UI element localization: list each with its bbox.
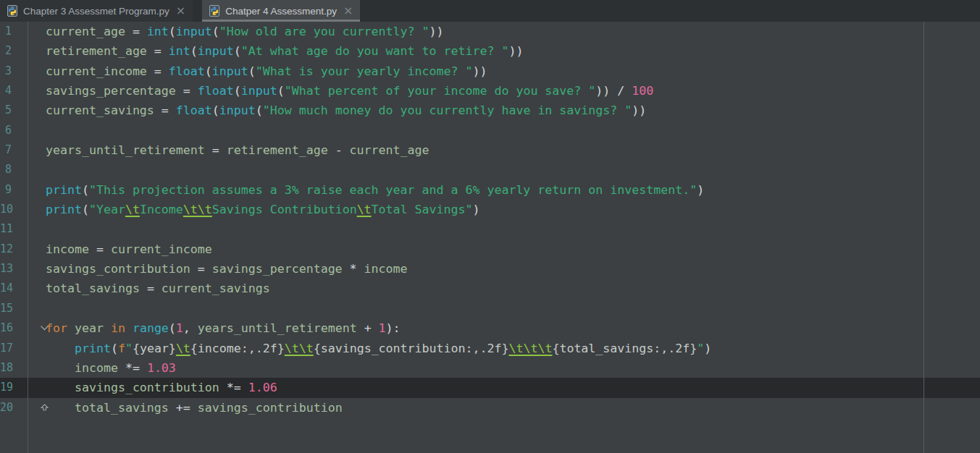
code-line[interactable]: current_age = int(input("How old are you…: [28, 22, 444, 41]
line-number[interactable]: 18: [0, 358, 28, 378]
code-line[interactable]: years_until_retirement = retirement_age …: [28, 140, 430, 160]
code-row: 9print("This projection assumes a 3% rai…: [0, 180, 980, 200]
editor-tab-bar: Chapter 3 Assessmet Program.py × Chatper…: [0, 0, 980, 22]
line-number[interactable]: 11: [0, 219, 28, 239]
code-line[interactable]: current_income = float(input("What is yo…: [28, 62, 487, 81]
code-row: 2retirement_age = int(input("At what age…: [0, 41, 980, 61]
code-line[interactable]: current_savings = float(input("How much …: [28, 101, 646, 120]
line-number[interactable]: 19: [0, 378, 28, 397]
line-number[interactable]: 6: [0, 121, 28, 140]
tab-label: Chapter 3 Assessmet Program.py: [23, 6, 169, 17]
code-row: 13savings_contribution = savings_percent…: [0, 259, 980, 279]
code-line[interactable]: retirement_age = int(input("At what age …: [28, 41, 523, 61]
code-editor[interactable]: 1current_age = int(input("How old are yo…: [0, 22, 980, 453]
code-line[interactable]: savings_contribution = savings_percentag…: [28, 259, 408, 279]
line-number[interactable]: 14: [0, 279, 28, 298]
code-row: 4savings_percentage = float(input("What …: [0, 81, 980, 101]
line-number[interactable]: 4: [0, 81, 28, 101]
code-row: 1current_age = int(input("How old are yo…: [0, 22, 980, 41]
code-row: 8: [0, 160, 980, 179]
code-row: 14total_savings = current_savings: [0, 279, 980, 298]
line-number[interactable]: 7: [0, 140, 28, 160]
code-row: 7years_until_retirement = retirement_age…: [0, 140, 980, 160]
code-row: 18 income *= 1.03: [0, 358, 980, 378]
tab-label: Chatper 4 Assessment.py: [225, 6, 337, 17]
python-file-icon: [7, 5, 18, 17]
code-line[interactable]: income *= 1.03: [28, 358, 176, 378]
code-row-active: 19 savings_contribution *= 1.06: [0, 378, 980, 397]
code-row: 12income = current_income: [0, 240, 980, 259]
right-margin-guide: [924, 22, 924, 453]
code-rows: 1current_age = int(input("How old are yo…: [0, 22, 980, 418]
code-line[interactable]: [28, 299, 46, 318]
code-row: 17 print(f"{year}\t{income:,.2f}\t\t{sav…: [0, 339, 980, 358]
code-row: 20 total_savings += savings_contribution: [0, 398, 980, 418]
code-line[interactable]: for year in range(1, years_until_retirem…: [28, 318, 401, 338]
code-row: 11: [0, 219, 980, 239]
tab-chatper-4-assessment[interactable]: Chatper 4 Assessment.py ×: [202, 0, 360, 22]
code-row: 10print("Year\tIncome\t\tSavings Contrib…: [0, 200, 980, 219]
line-number[interactable]: 1: [0, 22, 28, 41]
code-line[interactable]: total_savings = current_savings: [28, 279, 270, 298]
line-number[interactable]: 3: [0, 62, 28, 81]
code-row: 16for year in range(1, years_until_retir…: [0, 318, 980, 338]
close-icon[interactable]: ×: [176, 5, 185, 17]
code-line[interactable]: [28, 160, 46, 179]
line-number[interactable]: 10: [0, 200, 28, 219]
code-line[interactable]: income = current_income: [28, 240, 212, 259]
code-line[interactable]: [28, 219, 46, 239]
line-number[interactable]: 9: [0, 180, 28, 200]
code-line[interactable]: print(f"{year}\t{income:,.2f}\t\t{saving…: [28, 339, 711, 358]
line-number[interactable]: 20: [0, 398, 28, 418]
code-row: 6: [0, 121, 980, 140]
line-number[interactable]: 16: [0, 318, 28, 338]
close-icon[interactable]: ×: [343, 5, 353, 17]
code-line[interactable]: print("Year\tIncome\t\tSavings Contribut…: [28, 200, 479, 219]
code-line[interactable]: total_savings += savings_contribution: [28, 398, 343, 418]
code-row: 5current_savings = float(input("How much…: [0, 101, 980, 120]
line-number[interactable]: 17: [0, 339, 28, 358]
code-line[interactable]: [28, 121, 46, 140]
line-number[interactable]: 13: [0, 259, 28, 279]
line-number[interactable]: 5: [0, 101, 28, 120]
line-number[interactable]: 12: [0, 240, 28, 259]
code-row: 3current_income = float(input("What is y…: [0, 62, 980, 81]
code-line[interactable]: savings_contribution *= 1.06: [28, 378, 277, 397]
tab-chapter-3-assessmet-program[interactable]: Chapter 3 Assessmet Program.py ×: [0, 0, 193, 22]
line-number[interactable]: 2: [0, 41, 28, 61]
python-file-icon: [209, 5, 220, 17]
line-number[interactable]: 8: [0, 160, 28, 179]
code-row: 15: [0, 299, 980, 318]
code-line[interactable]: savings_percentage = float(input("What p…: [28, 81, 653, 101]
line-number[interactable]: 15: [0, 299, 28, 318]
code-line[interactable]: print("This projection assumes a 3% rais…: [28, 180, 704, 200]
ide-window: Chapter 3 Assessmet Program.py × Chatper…: [0, 0, 980, 453]
